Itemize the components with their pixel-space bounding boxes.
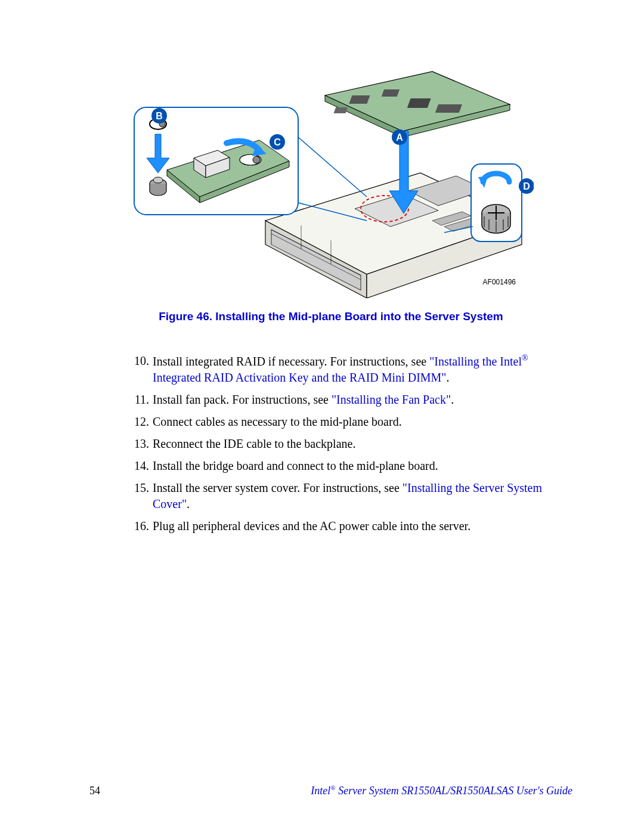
callout-c-label: C [274,137,281,147]
svg-line-36 [298,137,367,197]
step-text: Install the server system cover. For ins… [153,480,572,512]
figure-46: A C [128,60,534,298]
step-text-fragment: . [187,497,190,510]
step-text-fragment: . [451,393,454,406]
step-text: Install the bridge board and connect to … [153,458,572,474]
step-text-fragment: Plug all peripheral devices and the AC p… [153,519,470,532]
step-item: 15.Install the server system cover. For … [125,480,572,512]
step-text-fragment: Install fan pack. For instructions, see [153,393,332,406]
svg-rect-4 [382,89,400,97]
callout-d-label: D [523,181,530,191]
step-text: Connect cables as necessary to the mid-p… [153,414,572,430]
footer-title: Intel® Server System SR1550AL/SR1550ALSA… [311,784,572,797]
step-item: 13.Reconnect the IDE cable to the backpl… [125,436,572,452]
step-number: 16. [125,518,153,534]
step-item: 10.Install integrated RAID if necessary.… [125,353,572,386]
step-text-fragment: Reconnect the IDE cable to the backplane… [153,437,355,450]
cross-reference-link[interactable]: Integrated RAID Activation Key and the R… [153,371,447,384]
page-number: 54 [89,785,100,797]
steps-list: 10.Install integrated RAID if necessary.… [89,353,572,534]
svg-point-34 [153,177,163,183]
step-text-fragment: Install integrated RAID if necessary. Fo… [153,355,429,368]
footer-title-reg: ® [330,784,335,791]
footer-title-post: Server System SR1550AL/SR1550ALSAS User'… [336,785,572,797]
step-number: 10. [125,353,153,386]
svg-rect-6 [435,104,462,113]
footer-title-pre: Intel [311,785,330,797]
figure-caption: Figure 46. Installing the Mid-plane Boar… [89,310,572,323]
step-text-fragment: Install the server system cover. For ins… [153,481,402,494]
step-item: 14.Install the bridge board and connect … [125,458,572,474]
step-text-fragment: . [447,371,450,384]
step-number: 13. [125,436,153,452]
svg-rect-3 [349,95,370,104]
step-text: Reconnect the IDE cable to the backplane… [153,436,572,452]
step-text: Plug all peripheral devices and the AC p… [153,518,572,534]
step-text: Install fan pack. For instructions, see … [153,392,572,408]
callout-a-label: A [396,132,403,143]
step-item: 11.Install fan pack. For instructions, s… [125,392,572,408]
step-number: 12. [125,414,153,430]
svg-rect-5 [407,98,431,108]
step-item: 12.Connect cables as necessary to the mi… [125,414,572,430]
step-text-fragment: Install the bridge board and connect to … [153,459,438,472]
cross-reference-link[interactable]: "Installing the Intel [429,355,522,368]
step-number: 11. [125,392,153,408]
step-item: 16.Plug all peripheral devices and the A… [125,518,572,534]
cross-reference-link[interactable]: "Installing the Fan Pack" [332,393,451,406]
callout-b-label: B [156,111,163,121]
page-footer: 54 Intel® Server System SR1550AL/SR1550A… [89,784,572,797]
cross-reference-link[interactable]: ® [522,354,528,363]
step-text-fragment: Connect cables as necessary to the mid-p… [153,415,402,428]
midplane-install-diagram: A C [128,60,534,298]
step-number: 14. [125,458,153,474]
svg-rect-7 [334,107,348,113]
step-text: Install integrated RAID if necessary. Fo… [153,353,572,386]
document-page: A C [0,0,644,833]
figure-id-label: AF001496 [483,278,516,286]
svg-point-28 [253,156,260,163]
step-number: 15. [125,480,153,512]
